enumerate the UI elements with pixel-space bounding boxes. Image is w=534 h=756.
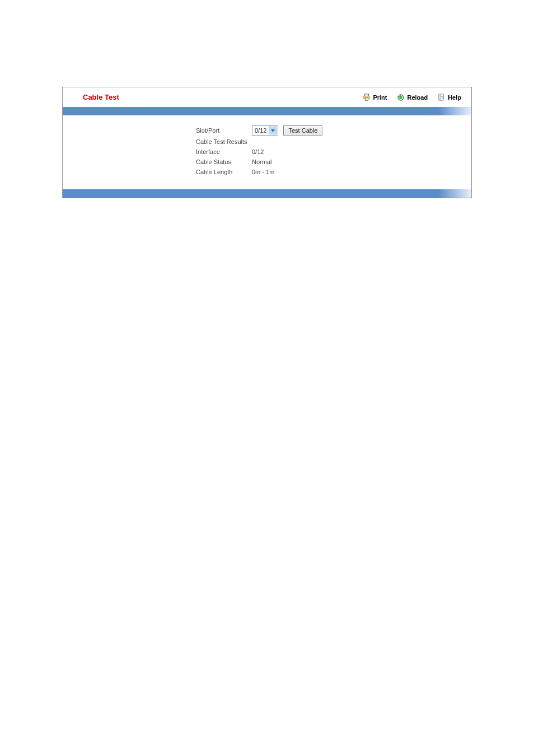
slot-port-label: Slot/Port	[196, 125, 252, 136]
slot-port-value: 0/12	[255, 125, 269, 136]
reload-label: Reload	[407, 94, 428, 101]
cable-length-value: 0m - 1m	[252, 167, 274, 177]
results-heading: Cable Test Results	[196, 137, 471, 147]
panel-header: Cable Test Print Reload	[63, 87, 471, 107]
svg-rect-2	[366, 97, 368, 100]
svg-rect-0	[365, 94, 369, 96]
cable-length-label: Cable Length	[196, 167, 252, 177]
help-label: Help	[448, 94, 461, 101]
svg-text:?: ?	[441, 95, 443, 99]
toolbar: Print Reload ? Help	[363, 94, 461, 101]
help-button[interactable]: ? Help	[438, 94, 461, 101]
interface-row: Interface 0/12	[196, 147, 471, 157]
separator-bar-bottom	[63, 189, 471, 198]
page-title: Cable Test	[83, 93, 119, 101]
reload-button[interactable]: Reload	[397, 94, 428, 101]
cable-length-row: Cable Length 0m - 1m	[196, 167, 471, 177]
chevron-down-icon	[269, 127, 277, 134]
cable-test-panel: Cable Test Print Reload	[62, 87, 472, 198]
slot-port-select[interactable]: 0/12	[252, 125, 278, 136]
help-icon: ?	[438, 94, 446, 101]
cable-status-row: Cable Status Normal	[196, 157, 471, 167]
print-label: Print	[373, 94, 387, 101]
cable-status-label: Cable Status	[196, 157, 252, 167]
separator-bar-top	[63, 107, 471, 115]
interface-value: 0/12	[252, 147, 264, 157]
test-cable-button[interactable]: Test Cable	[283, 125, 322, 136]
print-button[interactable]: Print	[363, 94, 387, 101]
content-area: Slot/Port 0/12 Test Cable Cable Test Res…	[63, 115, 471, 189]
cable-status-value: Normal	[252, 157, 271, 167]
interface-label: Interface	[196, 147, 252, 157]
slot-port-row: Slot/Port 0/12 Test Cable	[196, 125, 471, 136]
printer-icon	[363, 94, 371, 101]
reload-icon	[397, 94, 405, 101]
